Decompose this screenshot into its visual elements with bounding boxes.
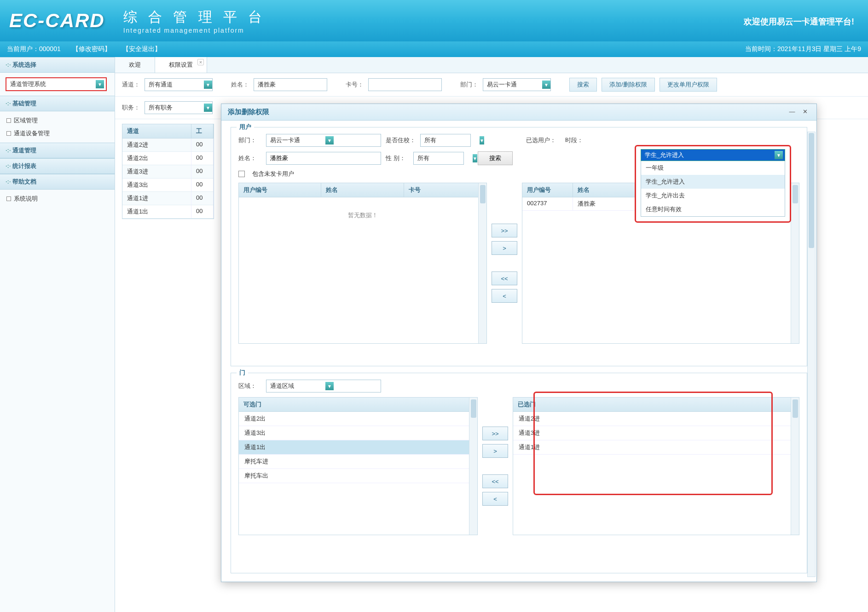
dialog-titlebar[interactable]: 添加删除权限 — ✕	[221, 104, 816, 121]
chevron-down-icon: ▼	[204, 81, 212, 89]
dialog-title: 添加删除权限	[228, 108, 784, 116]
change-single-perm-button-bg[interactable]: 更改单用户权限	[660, 78, 717, 92]
dialog-scrollbar[interactable]	[807, 132, 816, 577]
tab-permissions[interactable]: 权限设置 ×	[155, 57, 207, 73]
boarding-label: 是否住校：	[386, 136, 416, 144]
dept-select[interactable]: 易云一卡通 ▼	[266, 134, 381, 147]
col-channel: 通道	[122, 124, 191, 138]
close-icon[interactable]: ×	[197, 59, 204, 65]
sidebar-item-sys-help[interactable]: 系统说明	[0, 192, 115, 205]
app-header: EC-CARD 综 合 管 理 平 台 Integrated managemen…	[0, 0, 868, 41]
gender-select[interactable]: 所有 ▼	[413, 152, 464, 165]
search-button-bg[interactable]: 搜索	[569, 78, 597, 92]
time-option[interactable]: 学生_允许出去	[641, 189, 785, 202]
sidebar-item-area-mgmt[interactable]: 区域管理	[0, 114, 115, 127]
time-period-select[interactable]: 学生_允许进入 ▼	[641, 149, 785, 161]
cardno-input-bg[interactable]	[368, 78, 442, 91]
close-icon[interactable]: ✕	[800, 108, 810, 116]
scrollbar[interactable]	[478, 183, 486, 343]
move-all-right-button[interactable]: >>	[482, 427, 508, 440]
time-period-highlight-box: 学生_允许进入 ▼ 一年级 学生_允许进入 学生_允许出去 任意时间有效	[635, 145, 791, 223]
door-item[interactable]: 通道1出	[239, 440, 477, 455]
empty-data: 暂无数据！	[239, 197, 486, 233]
user-fieldset: 用户 部门： 易云一卡通 ▼ 是否住校： 所有 ▼ 已选用户： 时段： 姓名： …	[231, 127, 807, 366]
add-remove-permission-dialog: 添加删除权限 — ✕ 用户 部门： 易云一卡通 ▼ 是否住校： 所有 ▼ 已选用…	[221, 104, 817, 582]
logout-link[interactable]: 【安全退出】	[122, 45, 161, 53]
dept-label: 部门：	[460, 81, 478, 89]
door-fieldset: 门 区域： 通道区域 ▼ 可选门 通道2出 通道3出 通道1出 摩托车进 摩托车…	[231, 373, 807, 573]
chevron-down-icon: ▼	[480, 136, 484, 144]
platform-title: 综 合 管 理 平 台 Integrated management platfo…	[123, 8, 266, 34]
move-right-button[interactable]: >	[482, 444, 508, 458]
door-item[interactable]: 摩托车出	[239, 469, 477, 483]
user-legend: 用户	[237, 123, 254, 131]
available-doors-panel: 可选门 通道2出 通道3出 通道1出 摩托车进 摩托车出	[238, 397, 478, 535]
name-input[interactable]	[266, 152, 381, 165]
area-select[interactable]: 通道区域 ▼	[266, 380, 381, 393]
minimize-icon[interactable]: —	[787, 108, 797, 116]
selected-user-label: 已选用户：	[526, 136, 556, 144]
scrollbar[interactable]	[469, 398, 477, 535]
move-right-button[interactable]: >	[492, 241, 517, 255]
chevron-down-icon: ▼	[325, 382, 334, 390]
system-select-value: 通道管理系统	[10, 80, 46, 88]
change-password-link[interactable]: 【修改密码】	[72, 45, 111, 53]
dept-label: 部门：	[238, 136, 261, 144]
sidebar-item-device-mgmt[interactable]: 通道设备管理	[0, 127, 115, 140]
door-transfer-buttons: >> > << <	[482, 397, 508, 535]
chevron-down-icon: ▼	[775, 151, 783, 159]
table-row[interactable]: 通道1进00	[122, 192, 214, 205]
door-item[interactable]: 摩托车进	[239, 455, 477, 469]
cardno-label: 卡号：	[346, 81, 364, 89]
user-transfer-buttons: >> > << <	[492, 183, 517, 344]
name-label: 姓名：	[238, 154, 261, 162]
table-row[interactable]: 通道3进00	[122, 165, 214, 179]
scrollbar[interactable]	[791, 183, 799, 343]
boarding-select[interactable]: 所有 ▼	[420, 134, 471, 147]
col-user-name: 姓名	[321, 183, 404, 197]
door-legend: 门	[237, 369, 248, 377]
move-all-right-button[interactable]: >>	[492, 224, 517, 237]
time-period-label: 时段：	[565, 136, 588, 144]
include-unissued-checkbox[interactable]	[238, 171, 245, 177]
dept-select-bg[interactable]: 易云一卡通 ▼	[483, 78, 551, 91]
sidebar-section-help[interactable]: 帮助文档	[0, 174, 115, 190]
system-select[interactable]: 通道管理系统 ▼	[6, 77, 107, 91]
include-unissued-label: 包含未发卡用户	[252, 170, 294, 178]
search-button[interactable]: 搜索	[478, 151, 513, 165]
sidebar-section-channel[interactable]: 通道管理	[0, 143, 115, 158]
chevron-down-icon: ▼	[96, 80, 104, 88]
channel-select[interactable]: 所有通道 ▼	[145, 78, 213, 91]
add-remove-perm-button-bg[interactable]: 添加/删除权限	[602, 78, 655, 92]
table-row[interactable]: 通道1出00	[122, 205, 214, 219]
move-left-button[interactable]: <	[482, 492, 508, 506]
time-option[interactable]: 任意时间有效	[641, 202, 785, 216]
door-item[interactable]: 通道2出	[239, 412, 477, 426]
chevron-down-icon: ▼	[473, 154, 477, 162]
channel-grid: 通道 工 通道2进00 通道2出00 通道3进00 通道3出00 通道1进00 …	[122, 124, 214, 219]
move-all-left-button[interactable]: <<	[492, 271, 517, 285]
name-label: 姓名：	[231, 81, 249, 89]
scrollbar[interactable]	[791, 398, 799, 535]
table-row[interactable]: 通道3出00	[122, 179, 214, 192]
current-time: 当前时间：2021年11月3日 星期三 上午9	[745, 45, 861, 53]
table-row[interactable]: 通道2出00	[122, 152, 214, 165]
name-input-bg[interactable]: 潘胜豪	[254, 78, 327, 91]
time-period-options: 一年级 学生_允许进入 学生_允许出去 任意时间有效	[641, 161, 785, 217]
sidebar-section-system-select: 系统选择	[0, 57, 115, 73]
move-left-button[interactable]: <	[492, 289, 517, 303]
sidebar-section-basic[interactable]: 基础管理	[0, 96, 115, 111]
time-option[interactable]: 学生_允许进入	[641, 175, 785, 189]
door-item[interactable]: 通道3出	[239, 426, 477, 440]
time-option[interactable]: 一年级	[641, 161, 785, 175]
time-period-value: 学生_允许进入	[645, 151, 684, 159]
sidebar-section-stats[interactable]: 统计报表	[0, 158, 115, 174]
chevron-down-icon: ▼	[542, 81, 550, 89]
sidebar: 系统选择 通道管理系统 ▼ 基础管理 区域管理 通道设备管理 通道管理 统计报表…	[0, 57, 115, 612]
job-select[interactable]: 所有职务 ▼	[145, 101, 213, 114]
table-row[interactable]: 通道2进00	[122, 139, 214, 152]
chevron-down-icon: ▼	[204, 104, 212, 112]
available-doors-title: 可选门	[239, 398, 477, 411]
move-all-left-button[interactable]: <<	[482, 474, 508, 488]
tab-welcome[interactable]: 欢迎	[115, 57, 155, 73]
